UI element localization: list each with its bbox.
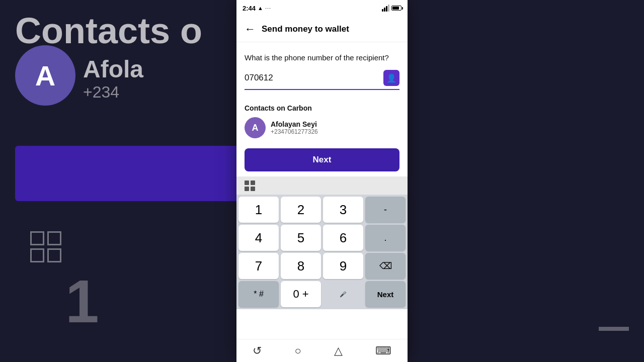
key-backspace[interactable]: ⌫ xyxy=(365,253,406,279)
form-section: What is the phone number of the recipien… xyxy=(236,42,408,97)
next-button[interactable]: Next xyxy=(245,148,399,171)
nav-home-icon[interactable]: ○ xyxy=(294,344,301,357)
bg-number-1: 1 xyxy=(65,266,99,336)
keyboard-toggle[interactable] xyxy=(236,176,408,195)
phone-input[interactable] xyxy=(245,73,383,83)
key-row-2: 4 5 6 . xyxy=(238,225,406,251)
alert-icon: ▲ xyxy=(258,5,263,11)
nav-back-icon[interactable]: ↺ xyxy=(253,344,262,357)
contact-book-icon: 👤 xyxy=(386,73,396,83)
key-6[interactable]: 6 xyxy=(323,225,363,251)
bg-purple-bar xyxy=(15,146,236,201)
bottom-nav: ↺ ○ △ ⌨ xyxy=(236,339,408,362)
key-row-4: * # 0 + 🎤 Next xyxy=(238,281,406,307)
contact-info: Afolayan Seyi +2347061277326 xyxy=(271,120,318,135)
contact-item[interactable]: A Afolayan Seyi +2347061277326 xyxy=(245,117,399,138)
content-area: What is the phone number of the recipien… xyxy=(236,42,408,339)
key-star-hash[interactable]: * # xyxy=(238,281,279,307)
key-row-1: 1 2 3 - xyxy=(238,197,406,223)
key-0-plus[interactable]: 0 + xyxy=(281,281,321,307)
key-4[interactable]: 4 xyxy=(238,225,279,251)
status-bar: 2:44 ▲ ··· xyxy=(236,0,408,16)
key-3[interactable]: 3 xyxy=(323,197,363,223)
status-icons xyxy=(382,5,401,12)
key-dash[interactable]: - xyxy=(365,197,406,223)
contact-phone: +2347061277326 xyxy=(271,128,318,135)
key-7[interactable]: 7 xyxy=(238,253,279,279)
grid-toggle-icon xyxy=(245,180,255,191)
key-empty: 🎤 xyxy=(323,281,363,307)
phone-modal: 2:44 ▲ ··· ← Send money to wallet What i… xyxy=(236,0,408,362)
background-right xyxy=(408,0,644,362)
contacts-section: Contacts on Carbon A Afolayan Seyi +2347… xyxy=(236,97,408,143)
bg-name: Afola xyxy=(83,55,143,83)
key-dot[interactable]: . xyxy=(365,225,406,251)
key-next[interactable]: Next xyxy=(365,281,406,307)
battery-icon xyxy=(391,6,401,11)
bg-avatar: A xyxy=(15,45,75,106)
key-9[interactable]: 9 xyxy=(323,253,363,279)
key-8[interactable]: 8 xyxy=(281,253,321,279)
key-1[interactable]: 1 xyxy=(238,197,279,223)
bg-phone: +234 xyxy=(83,83,119,102)
key-5[interactable]: 5 xyxy=(281,225,321,251)
nav-recent-icon[interactable]: △ xyxy=(334,344,343,357)
status-time: 2:44 xyxy=(243,5,256,12)
key-row-3: 7 8 9 ⌫ xyxy=(238,253,406,279)
numeric-keyboard: 1 2 3 - 4 5 6 . 7 8 9 ⌫ * # 0 + xyxy=(236,195,408,309)
contact-name: Afolayan Seyi xyxy=(271,120,318,128)
key-2[interactable]: 2 xyxy=(281,197,321,223)
bg-grid-icon xyxy=(30,231,61,262)
background-left: Contacts o A Afola +234 1 xyxy=(0,0,236,362)
bg-right-bar xyxy=(599,327,629,331)
more-icon: ··· xyxy=(265,5,271,11)
contact-avatar: A xyxy=(245,117,266,138)
phone-input-row: 👤 xyxy=(245,70,399,90)
page-title: Send money to wallet xyxy=(262,24,349,34)
contacts-label: Contacts on Carbon xyxy=(245,104,399,112)
signal-icon xyxy=(382,5,389,12)
header: ← Send money to wallet xyxy=(236,16,408,42)
question-text: What is the phone number of the recipien… xyxy=(245,52,399,63)
nav-keyboard-icon[interactable]: ⌨ xyxy=(375,344,391,357)
contact-book-button[interactable]: 👤 xyxy=(383,70,399,86)
back-button[interactable]: ← xyxy=(245,23,256,36)
